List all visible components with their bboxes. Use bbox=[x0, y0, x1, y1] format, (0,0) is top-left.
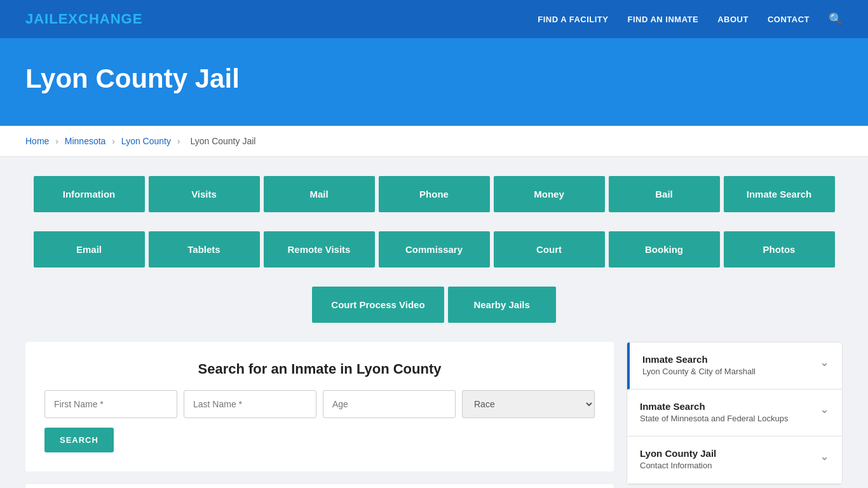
button-grid-row1: Information Visits Mail Phone Money Bail… bbox=[25, 176, 843, 212]
chevron-down-icon-3: ⌄ bbox=[820, 449, 829, 463]
breadcrumb-sep-1: › bbox=[55, 136, 58, 146]
main-nav: JAILEXCHANGE FIND A FACILITY FIND AN INM… bbox=[0, 0, 868, 38]
btn-court[interactable]: Court bbox=[494, 231, 605, 268]
search-button[interactable]: SEARCH bbox=[44, 428, 114, 452]
btn-court-process-video[interactable]: Court Process Video bbox=[312, 287, 444, 323]
search-title: Search for an Inmate in Lyon County bbox=[44, 361, 595, 377]
btn-commissary[interactable]: Commissary bbox=[379, 231, 490, 268]
race-select[interactable]: Race bbox=[462, 390, 595, 418]
logo-exchange: EXCHANGE bbox=[58, 11, 143, 27]
age-input[interactable] bbox=[323, 390, 456, 418]
btn-information[interactable]: Information bbox=[34, 176, 145, 212]
page-title: Lyon County Jail bbox=[25, 64, 843, 94]
nav-contact[interactable]: CONTACT bbox=[768, 15, 810, 24]
sidebar-item-3-title: Lyon County Jail bbox=[640, 448, 813, 459]
btn-nearby-jails[interactable]: Nearby Jails bbox=[448, 287, 556, 323]
chevron-down-icon-1: ⌄ bbox=[820, 355, 829, 369]
btn-bail[interactable]: Bail bbox=[609, 176, 720, 212]
site-logo[interactable]: JAILEXCHANGE bbox=[25, 11, 142, 27]
logo-jail: JAIL bbox=[25, 11, 58, 27]
breadcrumb: Home › Minnesota › Lyon County › Lyon Co… bbox=[0, 126, 868, 157]
btn-mail[interactable]: Mail bbox=[264, 176, 375, 212]
chevron-down-icon-2: ⌄ bbox=[820, 402, 829, 416]
sidebar-item-2-subtitle: State of Minnesota and Federal Lockups bbox=[640, 413, 813, 424]
sidebar-item-contact-info[interactable]: Lyon County Jail Contact Information ⌄ bbox=[627, 437, 842, 484]
nav-about[interactable]: ABOUT bbox=[717, 15, 749, 24]
sidebar: Inmate Search Lyon County & City of Mars… bbox=[627, 342, 843, 485]
main-content: Information Visits Mail Phone Money Bail… bbox=[0, 157, 868, 488]
nav-find-inmate[interactable]: FIND AN INMATE bbox=[627, 15, 698, 24]
nav-find-facility[interactable]: FIND A FACILITY bbox=[538, 15, 608, 24]
sidebar-item-inmate-search-state[interactable]: Inmate Search State of Minnesota and Fed… bbox=[627, 390, 842, 437]
lower-section: Search for an Inmate in Lyon County Race… bbox=[25, 342, 843, 488]
hero-section: Lyon County Jail bbox=[0, 38, 868, 126]
search-form: Race bbox=[44, 390, 595, 418]
btn-booking[interactable]: Booking bbox=[609, 231, 720, 268]
search-panel: Search for an Inmate in Lyon County Race… bbox=[25, 342, 614, 471]
first-name-input[interactable] bbox=[44, 390, 177, 418]
btn-money[interactable]: Money bbox=[494, 176, 605, 212]
sidebar-item-2-title: Inmate Search bbox=[640, 401, 813, 412]
breadcrumb-county[interactable]: Lyon County bbox=[121, 136, 171, 146]
breadcrumb-sep-2: › bbox=[112, 136, 115, 146]
search-icon[interactable]: 🔍 bbox=[829, 12, 843, 26]
info-section: Lyon County Jail Information bbox=[25, 484, 614, 488]
breadcrumb-sep-3: › bbox=[177, 136, 180, 146]
btn-visits[interactable]: Visits bbox=[149, 176, 260, 212]
btn-photos[interactable]: Photos bbox=[724, 231, 835, 268]
sidebar-item-1-subtitle: Lyon County & City of Marshall bbox=[642, 366, 813, 377]
btn-inmate-search[interactable]: Inmate Search bbox=[724, 176, 835, 212]
btn-tablets[interactable]: Tablets bbox=[149, 231, 260, 268]
sidebar-item-inmate-search-local[interactable]: Inmate Search Lyon County & City of Mars… bbox=[627, 342, 842, 390]
breadcrumb-current: Lyon County Jail bbox=[190, 136, 255, 146]
btn-remote-visits[interactable]: Remote Visits bbox=[264, 231, 375, 268]
button-grid-row2: Email Tablets Remote Visits Commissary C… bbox=[25, 231, 843, 268]
breadcrumb-state[interactable]: Minnesota bbox=[65, 136, 106, 146]
btn-phone[interactable]: Phone bbox=[379, 176, 490, 212]
sidebar-item-3-subtitle: Contact Information bbox=[640, 460, 813, 471]
button-grid-row3: Court Process Video Nearby Jails bbox=[25, 287, 843, 323]
nav-links: FIND A FACILITY FIND AN INMATE ABOUT CON… bbox=[538, 12, 843, 26]
breadcrumb-home[interactable]: Home bbox=[25, 136, 49, 146]
btn-email[interactable]: Email bbox=[34, 231, 145, 268]
last-name-input[interactable] bbox=[184, 390, 316, 418]
sidebar-item-1-title: Inmate Search bbox=[642, 354, 813, 365]
